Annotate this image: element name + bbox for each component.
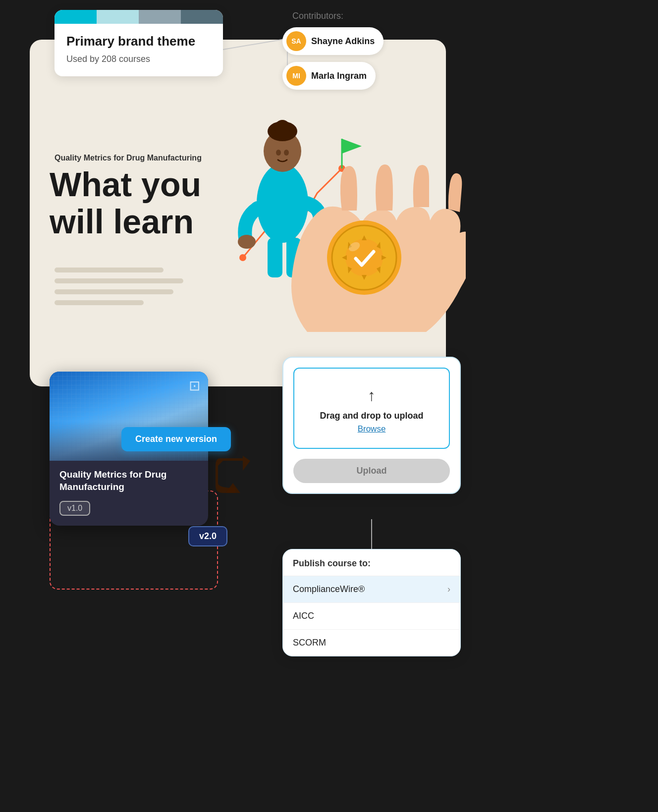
svg-point-14 — [238, 235, 256, 249]
publish-option-aicc[interactable]: AICC — [283, 603, 460, 630]
contributors-label: Contributors: — [292, 11, 343, 21]
brand-card-body: Primary brand theme Used by 208 courses — [55, 24, 223, 76]
course-heading-line1: What you — [50, 166, 201, 203]
publish-option-compliancewire[interactable]: ComplianceWire® › — [283, 576, 460, 603]
publish-option-scorm[interactable]: SCORM — [283, 630, 460, 656]
publish-option-label-aicc: AICC — [293, 611, 314, 621]
content-line-3 — [55, 289, 173, 294]
brand-card-subtitle: Used by 208 courses — [66, 54, 211, 64]
responsive-icon: ⊡ — [189, 378, 200, 394]
course-content-lines — [55, 268, 183, 311]
create-version-button[interactable]: Create new version — [121, 427, 231, 451]
publish-option-label-compliancewire: ComplianceWire® — [293, 584, 365, 595]
v2-badge: v2.0 — [188, 526, 227, 546]
brand-card-title: Primary brand theme — [66, 34, 211, 49]
course-thumb-body: Quality Metrics for Drug Manufacturing v… — [50, 461, 208, 526]
color-swatch-3 — [139, 10, 181, 24]
chevron-right-icon: › — [447, 584, 450, 595]
main-container: Primary brand theme Used by 208 courses … — [0, 0, 658, 812]
publish-option-label-scorm: SCORM — [293, 638, 326, 648]
contributor-marla: MI Marla Ingram — [282, 62, 376, 90]
upload-card: ↑ Drag and drop to upload Browse Upload — [282, 357, 461, 494]
browse-link[interactable]: Browse — [304, 424, 439, 434]
contributor-name-shayne: Shayne Adkins — [311, 36, 375, 47]
upload-drop-zone[interactable]: ↑ Drag and drop to upload Browse — [293, 368, 450, 449]
content-line-1 — [55, 268, 164, 272]
course-label: Quality Metrics for Drug Manufacturing — [55, 154, 202, 162]
contributor-name-marla: Marla Ingram — [311, 71, 367, 81]
publish-card-title: Publish course to: — [283, 549, 460, 576]
course-heading: What you will learn — [50, 166, 201, 240]
upload-drop-text: Drag and drop to upload — [304, 411, 439, 421]
arrow-pointer — [213, 456, 253, 495]
upload-button[interactable]: Upload — [293, 459, 450, 483]
avatar-shayne: SA — [286, 31, 306, 51]
content-line-2 — [55, 278, 183, 283]
brand-card: Primary brand theme Used by 208 courses — [55, 10, 223, 76]
upload-icon: ↑ — [304, 386, 439, 405]
color-swatch-2 — [97, 10, 139, 24]
color-swatch-1 — [55, 10, 97, 24]
avatar-marla: MI — [286, 66, 306, 86]
course-thumb-title: Quality Metrics for Drug Manufacturing — [59, 469, 198, 493]
version-badge-v1: v1.0 — [59, 501, 90, 516]
hand-coin-illustration — [277, 134, 466, 342]
course-heading-line2: will learn — [50, 203, 201, 240]
brand-colors — [55, 10, 223, 24]
publish-card: Publish course to: ComplianceWire® › AIC… — [282, 549, 461, 656]
content-line-4 — [55, 300, 144, 305]
contributor-shayne: SA Shayne Adkins — [282, 27, 384, 55]
color-swatch-4 — [181, 10, 223, 24]
